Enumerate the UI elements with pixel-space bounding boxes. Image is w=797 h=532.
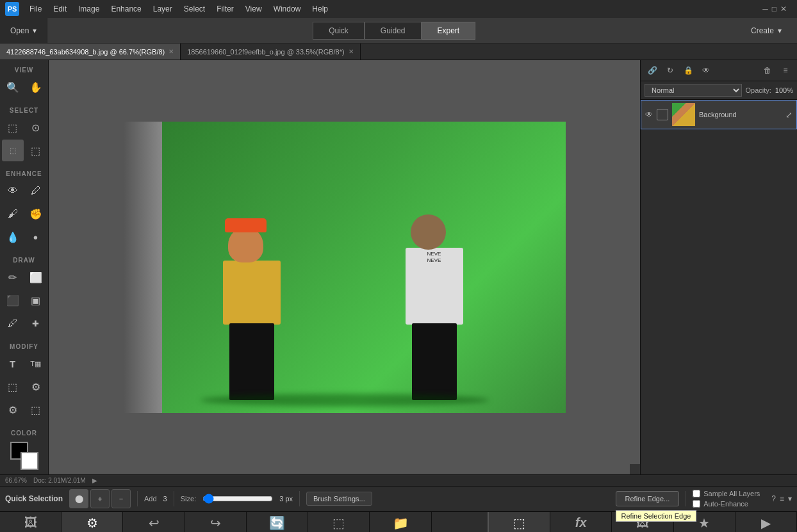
size-value: 3 px [279, 495, 293, 503]
redo-icon: ↪ [210, 515, 221, 531]
doc-tab-1-name: 1856619660_012f9eefbb_o.jpg @ 33.5%(RGB/… [187, 48, 344, 56]
rp-lock-icon[interactable]: 🔒 [680, 63, 696, 78]
clone-tool[interactable]: 🖊 [2, 312, 24, 334]
sample-all-layers-label: Sample All Layers [703, 490, 760, 497]
gradient-tool[interactable]: ▣ [25, 289, 47, 311]
crop-tool[interactable]: ⬚ [2, 376, 24, 398]
window-maximize[interactable]: □ [772, 4, 776, 13]
rp-eye-icon[interactable]: 👁 [698, 63, 714, 78]
burn-tool[interactable]: ● [25, 226, 47, 248]
background-color[interactable] [21, 452, 38, 470]
left-toolbar: VIEW 🔍 ✋ SELECT ⬚ ⊙ ⬚ ⬚ ENHANCE 👁 🖊 🖌 ✊ … [0, 60, 49, 474]
size-slider[interactable] [202, 494, 273, 504]
transform-tool[interactable]: ⬚ [25, 399, 47, 421]
lasso-tool[interactable]: ⊙ [25, 117, 47, 138]
doc-tab-1[interactable]: 1856619660_012f9eefbb_o.jpg @ 33.5%(RGB/… [181, 44, 360, 60]
doc-info-arrow[interactable]: ▶ [92, 477, 97, 484]
menu-enhance[interactable]: Enhance [106, 3, 146, 15]
menu-layer[interactable]: Layer [148, 3, 177, 15]
pencil-tool[interactable]: ✏ [2, 266, 24, 288]
tab-effects[interactable]: fx Effects [550, 512, 612, 532]
brush-settings-button[interactable]: Brush Settings... [306, 492, 372, 506]
tab-redo[interactable]: ↪ Redo [185, 512, 247, 532]
person1-hat [225, 218, 267, 232]
eye-tool[interactable]: 👁 [2, 180, 24, 202]
tab-undo[interactable]: ↩ Undo [123, 512, 185, 532]
canvas-area[interactable]: NEVENEVE [49, 60, 640, 474]
tab-tool-options[interactable]: ⚙ Tool Options [62, 512, 123, 532]
brush-type-buttons: ⬤ ＋ － [69, 489, 131, 508]
zoom-tool[interactable]: 🔍 [2, 76, 24, 98]
tab-expert[interactable]: Expert [422, 22, 476, 40]
layer-item-background[interactable]: 👁 Background ⤢ [641, 100, 797, 129]
rp-menu-icon[interactable]: ≡ [778, 63, 793, 78]
status-bar: 66.67% Doc: 2.01M/2.01M ▶ [0, 474, 797, 486]
layer-visibility-icon[interactable]: 👁 [645, 110, 653, 119]
tab-quick[interactable]: Quick [313, 22, 365, 40]
type-tool[interactable]: T [2, 353, 24, 375]
layer-expand-icon[interactable]: ⤢ [785, 110, 793, 120]
paint-brush-tool[interactable]: 🖌 [2, 203, 24, 225]
smudge-tool[interactable]: ✊ [25, 203, 47, 225]
window-minimize[interactable]: ─ [762, 4, 768, 13]
options-menu-icon[interactable]: ≡ [780, 494, 784, 503]
menu-file[interactable]: File [24, 3, 47, 15]
marquee-tool[interactable]: ⬚ [2, 117, 24, 138]
heal-tool[interactable]: ✚ [25, 312, 47, 334]
open-button[interactable]: Open ▾ [0, 18, 47, 43]
refine-edge-button[interactable]: Refine Edge... [616, 491, 680, 506]
enhance-tools-2: 🖌 ✊ [2, 203, 47, 225]
main-layout: VIEW 🔍 ✋ SELECT ⬚ ⊙ ⬚ ⬚ ENHANCE 👁 🖊 🖌 ✊ … [0, 60, 797, 474]
layer-chain-icon[interactable] [657, 109, 668, 120]
modify-tools-3: ⚙ ⬚ [2, 399, 47, 421]
tab-rotate[interactable]: 🔄 Rotate [247, 512, 308, 532]
tab-organizer[interactable]: 📁 Organizer [370, 512, 431, 532]
menu-edit[interactable]: Edit [48, 3, 72, 15]
doc-tab-1-close[interactable]: ✕ [349, 48, 354, 55]
move-tool[interactable]: ⚙ [2, 399, 24, 421]
dodge-tool[interactable]: 💧 [2, 226, 24, 248]
recompose-tool[interactable]: ⚙ [25, 376, 47, 398]
rp-refresh-icon[interactable]: ↻ [662, 63, 678, 78]
sample-all-layers-checkbox[interactable] [693, 490, 700, 497]
menu-select[interactable]: Select [179, 3, 210, 15]
doc-tab-0-close[interactable]: ✕ [168, 48, 174, 55]
rp-trash-icon[interactable]: 🗑 [760, 63, 775, 78]
canvas-image[interactable]: NEVENEVE [124, 122, 566, 413]
tab-layout[interactable]: ⬚ Layout [308, 512, 370, 532]
window-close[interactable]: ✕ [780, 4, 787, 13]
brush-type-add[interactable]: ＋ [90, 489, 110, 508]
brush-type-round[interactable]: ⬤ [69, 489, 88, 508]
quick-select-tool[interactable]: ⬚ [2, 140, 24, 161]
separator-2 [174, 491, 174, 506]
eraser-tool[interactable]: ⬜ [25, 266, 47, 288]
auto-enhance-checkbox[interactable] [693, 500, 700, 508]
type-mask-tool[interactable]: T▦ [25, 353, 47, 375]
tab-guided[interactable]: Guided [365, 22, 422, 40]
hand-tool[interactable]: ✋ [25, 76, 47, 98]
menu-view[interactable]: View [240, 3, 267, 15]
color-section [8, 439, 41, 472]
separator-1 [137, 491, 138, 506]
create-button[interactable]: Create ▾ [741, 22, 792, 39]
menu-window[interactable]: Window [268, 3, 306, 15]
draw-tools-1: ✏ ⬜ [2, 266, 47, 288]
brush-type-subtract[interactable]: － [111, 489, 131, 508]
magic-wand-tool[interactable]: ⬚ [25, 140, 47, 161]
section-draw: DRAW [0, 257, 48, 264]
help-icon[interactable]: ? [771, 494, 776, 503]
blend-mode-select[interactable]: Normal [645, 84, 742, 97]
paint-bucket-tool[interactable]: ⬛ [2, 289, 24, 311]
rp-link-icon[interactable]: 🔗 [645, 63, 660, 78]
options-chevron-icon[interactable]: ▾ [788, 494, 792, 503]
create-arrow: ▾ [778, 26, 782, 35]
tab-layers[interactable]: ⬚ Layers [489, 512, 550, 532]
color-swatches [10, 442, 38, 470]
tab-photo-bin[interactable]: 🖼 Photo Bin [0, 512, 62, 532]
doc-tab-0[interactable]: 4122688746_63ab634908_b.jpg @ 66.7%(RGB/… [0, 44, 181, 60]
menu-filter[interactable]: Filter [211, 3, 239, 15]
eyedropper-tool[interactable]: 🖊 [25, 180, 47, 202]
menu-help[interactable]: Help [307, 3, 333, 15]
tab-more[interactable]: ▶ More [735, 512, 797, 532]
menu-image[interactable]: Image [73, 3, 104, 15]
